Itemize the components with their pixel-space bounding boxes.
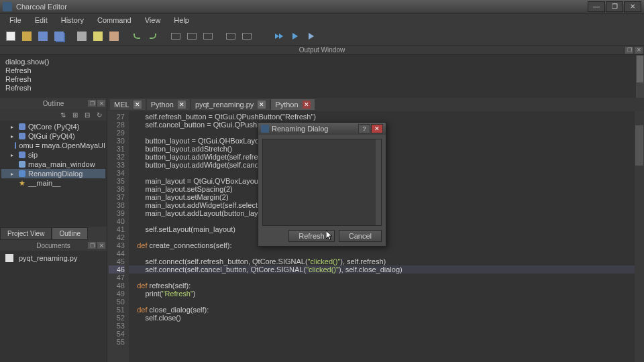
package-icon — [19, 123, 25, 130]
app-icon — [3, 2, 12, 11]
toolbar-layout1-button[interactable] — [169, 29, 182, 43]
toolbar-layout5-button[interactable] — [240, 29, 254, 43]
window-minimize-button[interactable]: — — [588, 1, 605, 12]
outline-collapse-button[interactable]: ⊟ — [83, 110, 92, 119]
outline-expand-button[interactable]: ⊞ — [70, 110, 80, 119]
outline-close-button[interactable]: ✕ — [97, 100, 105, 107]
toolbar-new-button[interactable] — [4, 29, 17, 43]
paste-icon — [109, 32, 119, 41]
documents-close-button[interactable]: ✕ — [97, 242, 105, 249]
outline-item-maya-main-window[interactable]: maya_main_window — [1, 160, 105, 169]
close-icon[interactable]: ✕ — [133, 101, 142, 109]
toolbar-layout4-button[interactable] — [224, 29, 237, 43]
output-line: Refresh — [5, 75, 639, 84]
undo-icon — [133, 34, 140, 39]
toolbar-run-sel-button[interactable] — [305, 29, 318, 43]
editor-tabs: MEL✕ Python✕ pyqt_renaming.py✕ Python✕ — [107, 98, 644, 111]
menu-edit[interactable]: Edit — [30, 15, 53, 25]
output-line: Refresh — [5, 66, 639, 75]
dialog-icon — [261, 125, 269, 133]
toolbar-run-button[interactable] — [288, 29, 302, 43]
toolbar-layout2-button[interactable] — [185, 29, 199, 43]
layout-icon — [187, 33, 197, 40]
documents-body[interactable]: pyqt_renaming.py — [0, 251, 107, 362]
toolbar-copy-button[interactable] — [91, 29, 105, 43]
outline-restore-button[interactable]: ❐ — [88, 100, 96, 107]
output-panel: Output Window ❐ ✕ dialog.show() Refresh … — [0, 46, 644, 98]
document-item[interactable]: pyqt_renaming.py — [3, 253, 104, 263]
editor-tab-python-2[interactable]: Python✕ — [271, 99, 314, 110]
menu-help[interactable]: Help — [168, 15, 195, 25]
output-scrollbar[interactable] — [636, 55, 644, 98]
close-icon[interactable]: ✕ — [258, 101, 266, 109]
outline-title: Outline — [43, 100, 64, 107]
editor-vertical-scrollbar[interactable] — [635, 111, 644, 362]
fast-forward-icon — [275, 34, 283, 39]
dialog-selection-list[interactable] — [262, 139, 382, 226]
menu-view[interactable]: View — [140, 15, 166, 25]
editor-tab-mel[interactable]: MEL✕ — [110, 99, 146, 110]
class-icon — [19, 170, 25, 177]
refresh-button[interactable]: Refresh — [288, 230, 335, 242]
dialog-help-button[interactable]: ? — [358, 124, 370, 133]
close-icon[interactable]: ✕ — [178, 101, 186, 109]
window-close-button[interactable]: ✕ — [624, 1, 641, 12]
layout-icon — [203, 33, 213, 40]
outline-refresh-button[interactable]: ↻ — [95, 110, 104, 119]
toolbar-undo-button[interactable] — [130, 29, 144, 43]
play-outline-icon — [309, 33, 314, 40]
documents-header: Documents ❐ ✕ — [0, 240, 107, 251]
toolbar-layout3-button[interactable] — [201, 29, 215, 43]
close-icon[interactable]: ✕ — [303, 101, 311, 109]
cancel-button[interactable]: Cancel — [339, 230, 382, 242]
outline-item-main[interactable]: ★__main__ — [1, 178, 105, 188]
layout-icon — [171, 33, 180, 40]
outline-item-sip[interactable]: ▸sip — [1, 150, 105, 160]
menu-history[interactable]: History — [56, 15, 89, 25]
package-icon — [15, 142, 16, 149]
documents-restore-button[interactable]: ❐ — [88, 242, 96, 249]
outline-tree[interactable]: ▸QtCore (PyQt4) ▸QtGui (PyQt4) omu = may… — [0, 121, 107, 227]
toolbar-paste-button[interactable] — [107, 29, 121, 43]
tab-project-view[interactable]: Project View — [0, 227, 52, 240]
editor-tab-pyqt-renaming[interactable]: pyqt_renaming.py✕ — [191, 99, 270, 110]
toolbar-save-button[interactable] — [36, 29, 50, 43]
output-body[interactable]: dialog.show() Refresh Refresh Refresh — [0, 55, 644, 98]
package-icon — [19, 133, 25, 139]
output-panel-header: Output Window ❐ ✕ — [0, 46, 644, 55]
dialog-title: Renaming Dialog — [272, 125, 358, 133]
copy-icon — [93, 32, 103, 41]
package-icon — [19, 152, 25, 158]
redo-icon — [150, 34, 156, 39]
window-titlebar: Charcoal Editor — ❐ ✕ — [0, 0, 644, 13]
dialog-scrollbar[interactable] — [376, 139, 381, 225]
outline-item-qtgui[interactable]: ▸QtGui (PyQt4) — [1, 131, 105, 141]
toolbar-cut-button[interactable] — [75, 29, 89, 43]
caret-icon: ▸ — [11, 171, 16, 177]
outline-sort-button[interactable]: ⇅ — [58, 110, 68, 119]
play-icon — [292, 33, 298, 40]
output-restore-button[interactable]: ❐ — [625, 47, 633, 54]
folder-icon — [22, 32, 32, 41]
dialog-close-button[interactable]: ✕ — [371, 124, 383, 133]
output-close-button[interactable]: ✕ — [635, 47, 643, 54]
toolbar-saveall-button[interactable] — [52, 29, 66, 43]
window-maximize-button[interactable]: ❐ — [606, 1, 623, 12]
toolbar-open-button[interactable] — [20, 29, 34, 43]
menu-file[interactable]: File — [4, 15, 27, 25]
editor-tab-python-1[interactable]: Python✕ — [147, 99, 190, 110]
toolbar — [0, 27, 644, 46]
outline-item-qtcore[interactable]: ▸QtCore (PyQt4) — [1, 122, 105, 131]
toolbar-run-all-button[interactable] — [272, 29, 286, 43]
toolbar-redo-button[interactable] — [146, 29, 160, 43]
output-panel-title: Output Window — [299, 46, 345, 54]
renaming-dialog: Renaming Dialog ? ✕ Refresh Cancel — [258, 122, 386, 247]
menu-command[interactable]: Command — [92, 15, 137, 25]
dialog-titlebar[interactable]: Renaming Dialog ? ✕ — [258, 123, 386, 135]
outline-item-renaming-dialog[interactable]: ▸RenamingDialog — [1, 169, 105, 178]
outline-item-omu[interactable]: omu = maya.OpenMayaUI — [1, 141, 105, 150]
file-icon — [6, 32, 15, 41]
tab-outline[interactable]: Outline — [52, 227, 88, 240]
code-body[interactable]: self.refresh_button = QtGui.QPushButton(… — [129, 111, 644, 362]
documents-title: Documents — [36, 242, 70, 249]
